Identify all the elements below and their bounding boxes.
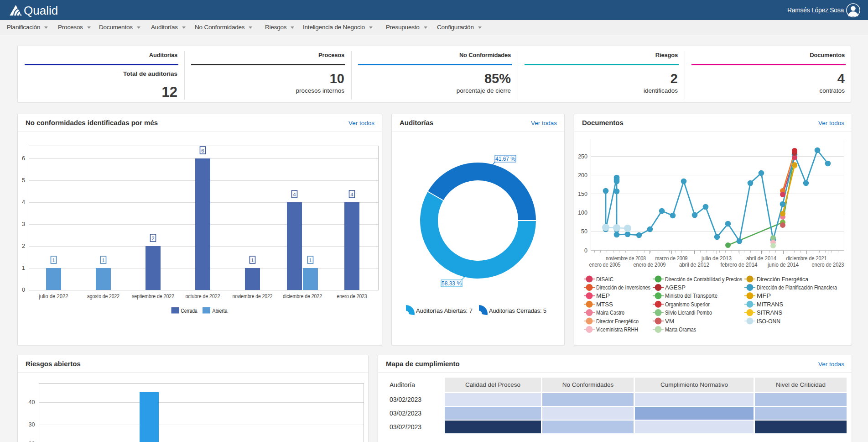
svg-text:enero de 2009: enero de 2009 — [634, 261, 666, 268]
svg-text:agosto de 2022: agosto de 2022 — [87, 293, 120, 300]
svg-text:VM: VM — [665, 318, 674, 325]
svg-text:enero de 2023: enero de 2023 — [337, 293, 367, 300]
svg-text:4: 4 — [350, 192, 353, 197]
svg-text:Silvio Llerandi Pombo: Silvio Llerandi Pombo — [665, 309, 712, 316]
svg-text:Auditorías Abiertas: 7: Auditorías Abiertas: 7 — [416, 307, 473, 314]
svg-text:Marta Oramas: Marta Oramas — [665, 326, 696, 333]
svg-text:septiembre de 2022: septiembre de 2022 — [132, 293, 174, 300]
svg-text:100: 100 — [578, 210, 587, 216]
svg-text:5: 5 — [22, 177, 25, 184]
svg-text:6: 6 — [22, 155, 25, 162]
svg-text:Ministro del Transporte: Ministro del Transporte — [665, 292, 717, 299]
svg-text:6: 6 — [201, 148, 204, 153]
svg-text:58.33 %: 58.33 % — [442, 280, 462, 287]
svg-text:abril de 2014: abril de 2014 — [746, 255, 776, 262]
svg-text:diciembre de 2021: diciembre de 2021 — [786, 255, 827, 262]
svg-text:200: 200 — [578, 172, 587, 179]
svg-text:MEP: MEP — [596, 292, 610, 299]
svg-text:Cerrada: Cerrada — [181, 308, 198, 314]
svg-text:41.67 %: 41.67 % — [495, 156, 515, 162]
svg-text:Auditorías Cerradas: 5: Auditorías Cerradas: 5 — [489, 307, 546, 314]
svg-text:Organismo Superior: Organismo Superior — [665, 301, 710, 308]
svg-text:Abierta: Abierta — [213, 308, 228, 314]
svg-text:enero de 2005: enero de 2005 — [589, 261, 621, 268]
svg-text:Dirección Energética: Dirección Energética — [757, 276, 809, 283]
svg-text:febrero de 2014: febrero de 2014 — [721, 261, 758, 268]
svg-text:2: 2 — [151, 236, 154, 241]
svg-text:Director Energético: Director Energético — [596, 318, 639, 325]
svg-text:Dirección de Contabilidad y Pr: Dirección de Contabilidad y Precios — [665, 276, 742, 283]
svg-text:Viceministra RRHH: Viceministra RRHH — [596, 326, 638, 333]
svg-text:abril de 2012: abril de 2012 — [679, 261, 709, 268]
svg-text:DISAIC: DISAIC — [596, 276, 613, 283]
svg-text:1: 1 — [22, 265, 25, 271]
svg-text:enero de 2023: enero de 2023 — [812, 261, 844, 268]
svg-text:julio de 2022: julio de 2022 — [39, 293, 68, 300]
svg-text:40: 40 — [29, 399, 35, 405]
svg-text:150: 150 — [578, 191, 587, 197]
svg-text:ISO-ONN: ISO-ONN — [757, 318, 780, 325]
svg-text:1: 1 — [309, 258, 312, 263]
svg-text:4: 4 — [22, 199, 25, 205]
svg-text:Dirección de Inversiones: Dirección de Inversiones — [596, 284, 650, 291]
svg-text:Maira Castro: Maira Castro — [596, 309, 624, 316]
svg-text:4: 4 — [293, 192, 296, 197]
svg-text:julio de 2013: julio de 2013 — [701, 255, 732, 262]
svg-text:diciembre de 2022: diciembre de 2022 — [283, 293, 322, 300]
svg-text:MTSS: MTSS — [596, 301, 613, 308]
svg-text:50: 50 — [581, 228, 587, 235]
svg-text:junio de 2014: junio de 2014 — [767, 261, 799, 268]
svg-text:3: 3 — [22, 221, 25, 227]
svg-text:1: 1 — [102, 258, 104, 263]
svg-text:noviembre de 2022: noviembre de 2022 — [233, 293, 273, 300]
svg-text:SITRANS: SITRANS — [757, 309, 782, 316]
svg-text:octubre de 2022: octubre de 2022 — [186, 293, 220, 300]
svg-text:0: 0 — [22, 287, 25, 293]
svg-text:MITRANS: MITRANS — [757, 301, 783, 308]
svg-text:marzo de 2009: marzo de 2009 — [655, 255, 688, 262]
svg-text:AGESP: AGESP — [665, 284, 686, 291]
svg-text:30: 30 — [29, 421, 35, 428]
svg-text:Dirección de Planificación Fin: Dirección de Planificación Financiera — [757, 284, 837, 291]
svg-text:250: 250 — [578, 153, 587, 160]
svg-text:1: 1 — [251, 258, 254, 263]
svg-text:0: 0 — [584, 247, 587, 254]
svg-text:MFP: MFP — [757, 292, 771, 299]
svg-text:noviembre de 2008: noviembre de 2008 — [606, 255, 646, 262]
svg-text:1: 1 — [52, 258, 55, 263]
svg-text:2: 2 — [22, 243, 25, 249]
